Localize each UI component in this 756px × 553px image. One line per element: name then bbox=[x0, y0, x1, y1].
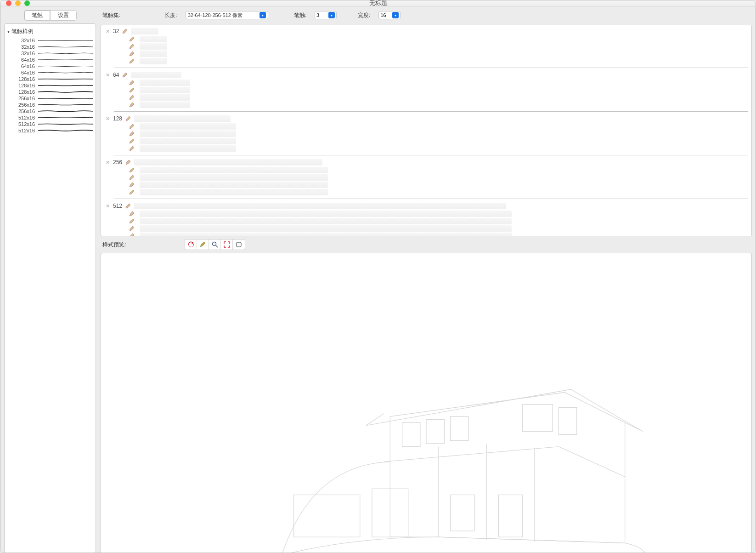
close-icon[interactable]: ✕ bbox=[105, 203, 110, 209]
sidebar: 笔触 设置 笔触样例 32x1632x1632x1664x1664x1664x1… bbox=[4, 10, 96, 553]
stroke-sample-preview bbox=[38, 71, 94, 74]
zoom-icon bbox=[211, 241, 219, 248]
brush-icon bbox=[199, 241, 207, 248]
stroke-count-stepper[interactable]: ▾ bbox=[315, 11, 337, 19]
brush-icon bbox=[129, 233, 135, 236]
close-icon[interactable] bbox=[6, 0, 11, 6]
stroke-samples-header[interactable]: 笔触样例 bbox=[6, 27, 94, 37]
stroke-sample-dims: 32x16 bbox=[15, 44, 35, 50]
stroke-size-label: 128 bbox=[113, 115, 122, 122]
svg-point-0 bbox=[212, 242, 216, 246]
stroke-sample-item[interactable]: 32x16 bbox=[6, 44, 94, 50]
stroke-row[interactable] bbox=[105, 86, 748, 94]
stroke-row[interactable] bbox=[105, 174, 748, 181]
stroke-sample-item[interactable]: 128x16 bbox=[6, 76, 94, 82]
stroke-row[interactable] bbox=[105, 130, 748, 137]
stroke-row[interactable] bbox=[105, 166, 748, 174]
stroke-sample-item[interactable]: 64x16 bbox=[6, 69, 94, 76]
stroke-row[interactable] bbox=[105, 79, 748, 86]
stroke-sample-item[interactable]: 128x16 bbox=[6, 82, 94, 89]
clear-button[interactable] bbox=[233, 239, 245, 250]
brush-icon bbox=[129, 58, 135, 64]
tab-strokes[interactable]: 笔触 bbox=[24, 10, 50, 21]
stroke-row[interactable] bbox=[105, 50, 748, 57]
zoom-button[interactable] bbox=[209, 239, 221, 250]
stroke-sample-item[interactable]: 512x16 bbox=[6, 114, 94, 121]
stroke-row[interactable] bbox=[105, 57, 748, 65]
stroke-size-label: 32 bbox=[113, 28, 119, 34]
minimize-icon[interactable] bbox=[15, 0, 21, 6]
stroke-sample-item[interactable]: 32x16 bbox=[6, 37, 94, 44]
stroke-row[interactable] bbox=[105, 94, 748, 101]
divider bbox=[114, 155, 748, 155]
stroke-sample-item[interactable]: 512x16 bbox=[6, 121, 94, 127]
stroke-row[interactable] bbox=[105, 188, 748, 196]
stroke-row[interactable] bbox=[105, 123, 748, 130]
width-input[interactable] bbox=[380, 12, 390, 18]
chevron-down-icon: ▾ bbox=[260, 12, 266, 18]
stroke-count-input[interactable] bbox=[316, 12, 327, 18]
stroke-bar bbox=[140, 123, 236, 130]
stroke-sample-dims: 256x16 bbox=[15, 108, 35, 114]
stroke-sample-item[interactable]: 32x16 bbox=[6, 50, 94, 57]
fit-button[interactable] bbox=[221, 239, 233, 250]
width-label: 宽度: bbox=[358, 11, 370, 19]
stroke-bar bbox=[140, 211, 512, 217]
brush-icon bbox=[122, 72, 128, 78]
window-title: 无标题 bbox=[0, 0, 756, 7]
stroke-sample-dims: 512x16 bbox=[15, 128, 35, 133]
stroke-row[interactable] bbox=[105, 35, 748, 43]
stroke-row[interactable] bbox=[105, 210, 748, 217]
stroke-sample-item[interactable]: 256x16 bbox=[6, 102, 94, 108]
brush-icon bbox=[129, 87, 135, 93]
window-body: 笔触 设置 笔触样例 32x1632x1632x1664x1664x1664x1… bbox=[0, 6, 756, 553]
stroke-size-label: 64 bbox=[113, 72, 119, 78]
stroke-sample-preview bbox=[38, 103, 94, 106]
stroke-sample-item[interactable]: 512x16 bbox=[6, 127, 94, 134]
width-stepper[interactable]: ▾ bbox=[378, 11, 401, 19]
stroke-bar bbox=[140, 58, 167, 64]
brush-icon bbox=[125, 203, 131, 209]
stroke-row[interactable] bbox=[105, 145, 748, 152]
stroke-sample-item[interactable]: 128x16 bbox=[6, 89, 94, 95]
stroke-sample-item[interactable]: 64x16 bbox=[6, 57, 94, 63]
stroke-sample-item[interactable]: 64x16 bbox=[6, 63, 94, 69]
brush-button[interactable] bbox=[197, 239, 209, 250]
refresh-button[interactable] bbox=[185, 239, 197, 250]
stroke-bar bbox=[140, 51, 167, 57]
brush-icon bbox=[129, 102, 135, 108]
stroke-sample-item[interactable]: 256x16 bbox=[6, 95, 94, 102]
tab-settings[interactable]: 设置 bbox=[50, 10, 77, 21]
stroke-bar bbox=[140, 233, 512, 236]
stroke-bar bbox=[140, 131, 236, 137]
stroke-sample-preview bbox=[38, 46, 94, 48]
stroke-row[interactable] bbox=[105, 101, 748, 108]
stroke-sample-preview bbox=[38, 65, 94, 68]
preview-canvas[interactable] bbox=[101, 253, 752, 553]
brush-icon bbox=[129, 225, 135, 232]
stroke-sample-preview bbox=[38, 97, 94, 100]
stroke-bar bbox=[140, 189, 328, 195]
stroke-row[interactable] bbox=[105, 137, 748, 145]
fit-icon bbox=[223, 241, 231, 248]
stroke-bar bbox=[131, 72, 181, 78]
stroke-row[interactable] bbox=[105, 225, 748, 232]
stepper-icon: ▾ bbox=[392, 12, 399, 18]
stroke-row[interactable] bbox=[105, 217, 748, 225]
stroke-row[interactable] bbox=[105, 43, 748, 50]
maximize-icon[interactable] bbox=[24, 0, 30, 6]
close-icon[interactable]: ✕ bbox=[105, 116, 110, 122]
brush-icon bbox=[129, 138, 135, 144]
stroke-row[interactable] bbox=[105, 181, 748, 188]
brush-icon bbox=[129, 94, 135, 101]
stroke-samples-panel: 笔触样例 32x1632x1632x1664x1664x1664x16128x1… bbox=[4, 23, 96, 553]
close-icon[interactable]: ✕ bbox=[105, 72, 110, 78]
length-select[interactable]: 32-64-128-256-512 像素 ▾ bbox=[186, 11, 268, 19]
close-icon[interactable]: ✕ bbox=[105, 29, 110, 34]
stroke-row[interactable] bbox=[105, 232, 748, 236]
stroke-size-header: ✕128 bbox=[105, 114, 748, 123]
window-controls bbox=[0, 0, 30, 6]
stroke-sample-item[interactable]: 256x16 bbox=[6, 108, 94, 114]
close-icon[interactable]: ✕ bbox=[105, 160, 110, 165]
brush-icon bbox=[122, 28, 128, 34]
